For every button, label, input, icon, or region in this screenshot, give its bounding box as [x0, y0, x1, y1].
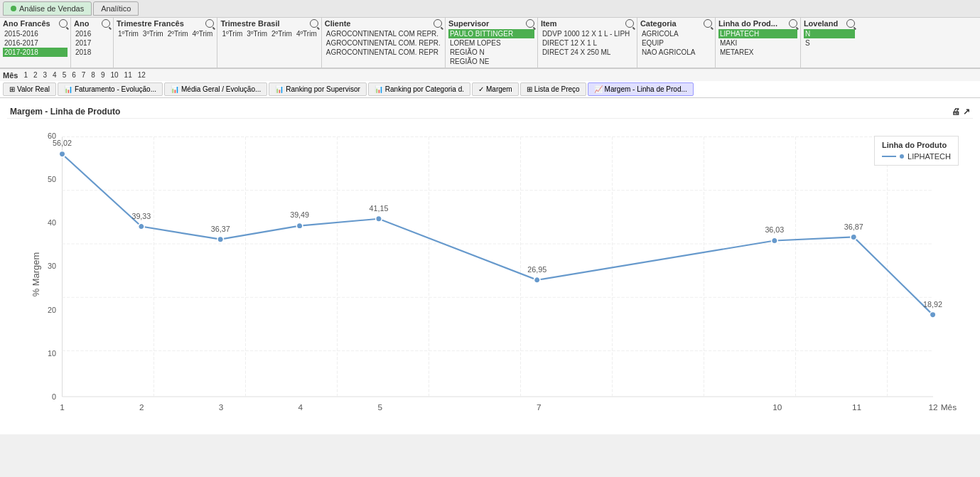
- mes-item-9[interactable]: 9: [98, 70, 108, 80]
- search-icon-ano-frances[interactable]: [59, 19, 68, 28]
- filter-item[interactable]: AGROCONTINENTAL COM REPR.: [325, 29, 442, 38]
- filter-item[interactable]: MAKI: [718, 38, 797, 48]
- filter-item[interactable]: LOREM LOPES: [448, 38, 534, 48]
- filter-item[interactable]: 2ºTrim: [166, 29, 190, 38]
- mes-item-4[interactable]: 4: [50, 70, 60, 80]
- data-point-5: [376, 215, 382, 222]
- filter-item[interactable]: 2ºTrim: [270, 29, 294, 38]
- filter-label-item: Item: [541, 19, 557, 28]
- filter-header-cliente: Cliente: [325, 19, 442, 28]
- filter-item[interactable]: 2016: [74, 29, 110, 38]
- svg-text:2: 2: [139, 402, 144, 412]
- filter-item[interactable]: 2017: [74, 38, 110, 48]
- label-5: 41,15: [370, 204, 389, 213]
- filter-item[interactable]: AGRICOLA: [640, 29, 712, 38]
- mes-item-12[interactable]: 12: [135, 70, 149, 80]
- btn-ranking-categoria[interactable]: 📊 Ranking por Categoria d.: [368, 82, 470, 96]
- mes-item-6[interactable]: 6: [69, 70, 79, 80]
- bar-icon-4: 📊: [375, 85, 383, 93]
- filter-item-selected[interactable]: PAULO BITTINGER: [448, 29, 534, 38]
- print-icon[interactable]: 🖨: [952, 107, 960, 117]
- bar-icon: 📊: [64, 85, 72, 93]
- filter-item[interactable]: 2018: [74, 48, 110, 57]
- filter-item[interactable]: 4ºTrim: [191, 29, 215, 38]
- svg-text:3: 3: [219, 402, 224, 412]
- toolbar: ⊞ Valor Real 📊 Faturamento - Evolução...…: [0, 81, 980, 98]
- filter-item[interactable]: METAREX: [718, 48, 797, 57]
- filter-item[interactable]: 4ºTrim: [295, 29, 318, 38]
- filter-header-trimestre-frances: Trimestre Francês: [117, 19, 214, 28]
- filter-item[interactable]: DIRECT 24 X 250 ML: [541, 48, 634, 57]
- tab-dot: [11, 6, 16, 11]
- filter-item[interactable]: 1ºTrim: [220, 29, 244, 38]
- svg-text:Mês: Mês: [941, 402, 957, 412]
- svg-text:40: 40: [48, 218, 56, 227]
- filter-item[interactable]: EQUIP: [640, 38, 712, 48]
- search-icon-trimestre-brasil[interactable]: [310, 19, 318, 28]
- btn-valor-real[interactable]: ⊞ Valor Real: [3, 82, 56, 96]
- filter-item[interactable]: AGROCONTINENTAL COM. REPR: [325, 48, 442, 57]
- chart-legend: Linha do Produto LIPHATECH: [874, 136, 959, 166]
- filter-item[interactable]: 2016-2017: [3, 38, 68, 48]
- mes-bar: Mês 1 2 3 4 5 6 7 8 9 10 11 12: [0, 68, 980, 81]
- search-icon-trimestre-frances[interactable]: [205, 19, 214, 28]
- filter-item[interactable]: 1ºTrim: [117, 29, 140, 38]
- mes-item-8[interactable]: 8: [88, 70, 98, 80]
- btn-media-geral[interactable]: 📊 Média Geral / Evolução...: [164, 82, 267, 96]
- search-icon-cliente[interactable]: [434, 19, 442, 28]
- search-icon-ano[interactable]: [102, 19, 110, 28]
- mes-item-1[interactable]: 1: [21, 70, 31, 80]
- mes-item-11[interactable]: 11: [122, 70, 135, 80]
- filter-header-supervisor: Supervisor: [448, 19, 534, 28]
- tab-analitico-label: Analítico: [101, 4, 131, 13]
- search-icon-loveland[interactable]: [846, 19, 855, 28]
- btn-ranking-supervisor[interactable]: 📊 Ranking por Supervisor: [269, 82, 367, 96]
- search-icon-categoria[interactable]: [704, 19, 712, 28]
- label-7: 26,95: [527, 265, 546, 274]
- mes-item-3[interactable]: 3: [41, 70, 50, 80]
- mes-item-2[interactable]: 2: [31, 70, 41, 80]
- filter-item[interactable]: S: [804, 38, 855, 48]
- mes-item-5[interactable]: 5: [60, 70, 70, 80]
- export-icon[interactable]: ↗: [963, 107, 970, 117]
- filter-item[interactable]: DDVP 1000 12 X 1 L - LIPH: [541, 29, 634, 38]
- filter-col-trimestre-brasil: Trimestre Brasil 1ºTrim 3ºTrim 2ºTrim 4º…: [217, 18, 321, 68]
- filter-item-selected[interactable]: 2017-2018: [3, 48, 68, 57]
- filter-item[interactable]: NAO AGRICOLA: [640, 48, 712, 57]
- filter-item[interactable]: DIRECT 12 X 1 L: [541, 38, 634, 48]
- filter-label-loveland: Loveland: [804, 19, 838, 28]
- btn-margem[interactable]: ✓ Margem: [472, 82, 519, 96]
- label-4: 39,49: [290, 210, 309, 219]
- filter-item[interactable]: 2015-2016: [3, 29, 68, 38]
- mes-item-7[interactable]: 7: [79, 70, 89, 80]
- filter-col-supervisor: Supervisor PAULO BITTINGER LOREM LOPES R…: [446, 18, 538, 68]
- data-point-2: [139, 223, 145, 230]
- btn-faturamento-evolucao[interactable]: 📊 Faturamento - Evolução...: [58, 82, 163, 96]
- filter-item[interactable]: REGIÃO NE: [448, 57, 534, 66]
- legend-line-symbol: [882, 156, 896, 157]
- check-icon: ✓: [478, 85, 484, 93]
- line-icon: 📈: [594, 85, 603, 93]
- search-icon-supervisor[interactable]: [526, 19, 534, 28]
- filter-item[interactable]: 3ºTrim: [245, 29, 269, 38]
- filter-item-selected[interactable]: N: [804, 29, 855, 38]
- tab-analitico[interactable]: Analítico: [93, 1, 139, 16]
- filter-item[interactable]: REGIÃO N: [448, 48, 534, 57]
- search-icon-item[interactable]: [625, 19, 634, 28]
- tab-analise-vendas[interactable]: Análise de Vendas: [3, 1, 92, 16]
- table-icon: ⊞: [9, 85, 15, 93]
- filter-header-ano-frances: Ano Francês: [3, 19, 68, 28]
- mes-item-10[interactable]: 10: [107, 70, 121, 80]
- top-tab-bar: Análise de Vendas Analítico: [0, 0, 980, 18]
- filter-header-ano: Ano: [74, 19, 110, 28]
- data-point-7: [534, 277, 540, 284]
- filter-item-selected[interactable]: LIPHATECH: [718, 29, 797, 38]
- btn-margem-linha[interactable]: 📈 Margem - Linha de Prod...: [588, 82, 694, 96]
- filter-label-trimestre-frances: Trimestre Francês: [117, 19, 184, 28]
- data-point-12: [930, 312, 936, 318]
- search-icon-linha-produto[interactable]: [789, 19, 797, 28]
- btn-lista-preco[interactable]: ⊞ Lista de Preço: [520, 82, 586, 96]
- svg-text:30: 30: [48, 262, 56, 270]
- filter-item[interactable]: AGROCONTINENTAL COM. REPR.: [325, 38, 442, 48]
- filter-item[interactable]: 3ºTrim: [141, 29, 165, 38]
